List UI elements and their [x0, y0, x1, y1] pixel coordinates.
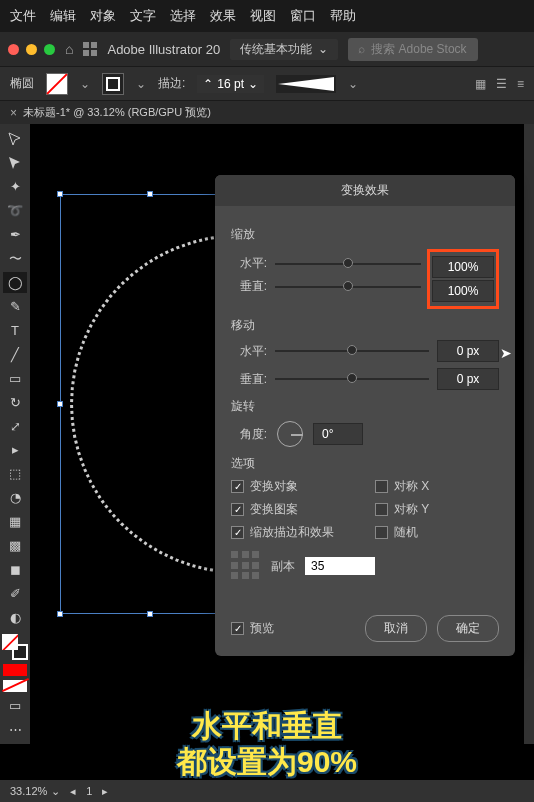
stepper-icon[interactable]: ⌃ [203, 77, 213, 91]
menu-effect[interactable]: 效果 [210, 7, 236, 25]
stroke-weight-input[interactable]: ⌃ 16 pt ⌄ [197, 75, 264, 93]
ellipse-tool[interactable]: ◯ [3, 272, 27, 294]
scale-horizontal-slider[interactable] [275, 263, 421, 265]
curvature-tool[interactable]: 〜 [3, 248, 27, 270]
type-tool[interactable]: T [3, 319, 27, 341]
angle-label: 角度: [231, 426, 267, 443]
reflect-x-checkbox[interactable] [375, 480, 388, 493]
move-horizontal-slider[interactable] [275, 350, 429, 352]
reflect-y-checkbox[interactable] [375, 503, 388, 516]
cancel-button[interactable]: 取消 [365, 615, 427, 642]
resize-handle[interactable] [57, 401, 63, 407]
ok-button[interactable]: 确定 [437, 615, 499, 642]
lasso-tool[interactable]: ➰ [3, 200, 27, 222]
stroke-swatch[interactable] [102, 73, 124, 95]
shape-builder-tool[interactable]: ◔ [3, 487, 27, 509]
artboard-number: 1 [86, 785, 92, 797]
caption-line-2: 都设置为90% [0, 744, 534, 780]
zoom-value: 33.12% [10, 785, 47, 797]
reference-point-selector[interactable] [231, 551, 261, 581]
resize-handle[interactable] [147, 611, 153, 617]
resize-handle[interactable] [57, 191, 63, 197]
scale-tool[interactable]: ⤢ [3, 415, 27, 437]
scale-vertical-input[interactable]: 100% [432, 280, 494, 302]
menu-object[interactable]: 对象 [90, 7, 116, 25]
minimize-window-button[interactable] [26, 44, 37, 55]
eyedropper-tool[interactable]: ✐ [3, 583, 27, 605]
grid-icon[interactable] [83, 42, 97, 56]
options-section-label: 选项 [231, 455, 499, 472]
width-tool[interactable]: ▸ [3, 439, 27, 461]
menu-help[interactable]: 帮助 [330, 7, 356, 25]
zoom-level-dropdown[interactable]: 33.12% ⌄ [10, 785, 60, 798]
transform-objects-label: 变换对象 [250, 478, 298, 495]
gradient-tool[interactable]: ◼ [3, 559, 27, 581]
free-transform-tool[interactable]: ⬚ [3, 463, 27, 485]
menu-select[interactable]: 选择 [170, 7, 196, 25]
paintbrush-tool[interactable]: ✎ [3, 295, 27, 317]
resize-handle[interactable] [57, 611, 63, 617]
magic-wand-tool[interactable]: ✦ [3, 176, 27, 198]
scale-vertical-slider[interactable] [275, 286, 421, 288]
align-icon[interactable]: ▦ [475, 77, 486, 91]
perspective-tool[interactable]: ▦ [3, 511, 27, 533]
angle-input[interactable]: 0° [313, 423, 363, 445]
move-vertical-slider[interactable] [275, 378, 429, 380]
scale-vertical-label: 垂直: [231, 278, 267, 295]
stroke-weight-value: 16 pt [217, 77, 244, 91]
none-mode-swatch[interactable] [3, 680, 27, 692]
preview-label: 预览 [250, 620, 274, 637]
brush-profile[interactable] [276, 75, 336, 93]
selection-tool[interactable] [3, 128, 27, 150]
scale-strokes-checkbox[interactable] [231, 526, 244, 539]
panel-toggle-icon[interactable]: ☰ [496, 77, 507, 91]
maximize-window-button[interactable] [44, 44, 55, 55]
close-window-button[interactable] [8, 44, 19, 55]
menu-file[interactable]: 文件 [10, 7, 36, 25]
close-tab-icon[interactable]: × [10, 106, 17, 120]
move-vertical-input[interactable]: 0 px [437, 368, 499, 390]
mesh-tool[interactable]: ▩ [3, 535, 27, 557]
tutorial-caption: 水平和垂直 都设置为90% [0, 708, 534, 780]
direct-selection-tool[interactable] [3, 152, 27, 174]
line-tool[interactable]: ╱ [3, 343, 27, 365]
workspace-switcher[interactable]: 传统基本功能 ⌄ [230, 39, 338, 60]
menu-edit[interactable]: 编辑 [50, 7, 76, 25]
transform-effect-dialog: 变换效果 缩放 水平: 垂直: 100% 100% 移动 水平: [215, 175, 515, 656]
rotate-tool[interactable]: ↻ [3, 391, 27, 413]
tools-panel: ✦ ➰ ✒ 〜 ◯ ✎ T ╱ ▭ ↻ ⤢ ▸ ⬚ ◔ ▦ ▩ ◼ ✐ ◐ ▭ … [0, 124, 30, 744]
angle-dial[interactable] [277, 421, 303, 447]
document-tab[interactable]: 未标题-1* @ 33.12% (RGB/GPU 预览) [23, 105, 211, 120]
menu-window[interactable]: 窗口 [290, 7, 316, 25]
fill-stroke-indicator[interactable] [2, 634, 28, 660]
menu-view[interactable]: 视图 [250, 7, 276, 25]
fill-swatch[interactable] [46, 73, 68, 95]
move-vertical-label: 垂直: [231, 371, 267, 388]
artboard-nav-next[interactable]: ▸ [102, 785, 108, 798]
transform-objects-checkbox[interactable] [231, 480, 244, 493]
move-horizontal-input[interactable]: 0 px [437, 340, 499, 362]
shape-tool[interactable]: ▭ [3, 367, 27, 389]
chevron-down-icon[interactable]: ⌄ [80, 77, 90, 91]
chevron-down-icon[interactable]: ⌄ [136, 77, 146, 91]
transform-patterns-label: 变换图案 [250, 501, 298, 518]
scale-horizontal-input[interactable]: 100% [432, 256, 494, 278]
copies-input[interactable]: 35 [305, 557, 375, 575]
random-checkbox[interactable] [375, 526, 388, 539]
pen-tool[interactable]: ✒ [3, 224, 27, 246]
home-icon[interactable]: ⌂ [65, 41, 73, 57]
blend-tool[interactable]: ◐ [3, 606, 27, 628]
copies-label: 副本 [271, 558, 295, 575]
caption-line-1: 水平和垂直 [0, 708, 534, 744]
search-stock-input[interactable]: ⌕ 搜索 Adobe Stock [348, 38, 478, 61]
more-icon[interactable]: ≡ [517, 77, 524, 91]
menu-type[interactable]: 文字 [130, 7, 156, 25]
color-mode-swatch[interactable] [3, 664, 27, 676]
chevron-down-icon[interactable]: ⌄ [248, 77, 258, 91]
chevron-down-icon[interactable]: ⌄ [348, 77, 358, 91]
resize-handle[interactable] [147, 191, 153, 197]
artboard-nav-prev[interactable]: ◂ [70, 785, 76, 798]
transform-patterns-checkbox[interactable] [231, 503, 244, 516]
right-panel-collapsed[interactable] [524, 124, 534, 744]
preview-checkbox[interactable] [231, 622, 244, 635]
